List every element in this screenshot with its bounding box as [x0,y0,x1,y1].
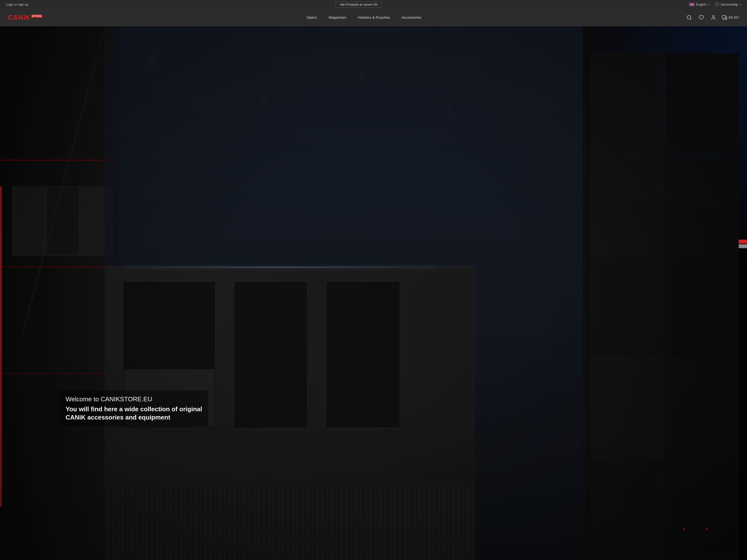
logo-text: CANiKSTORE [8,14,43,21]
hero-section: Welcome to CANIKSTORE.EU You will find h… [0,26,747,560]
svg-point-6 [726,19,726,20]
corridor [105,26,598,560]
user-icon [711,15,716,20]
shelf-products-1 [12,186,113,256]
language-chevron-icon: ▾ [708,3,709,6]
hero-title-line1: Welcome to CANIKSTORE.EU [66,395,202,403]
hero-text: Welcome to CANIKSTORE.EU You will find h… [60,390,208,427]
counter-glass [123,267,437,268]
sidebar-icons [739,240,747,249]
hero-title-line3: CANiK accessories and equipment [66,414,202,422]
right-shelf-grid [591,53,739,560]
heart-icon [699,15,704,20]
nav-link-accessories[interactable]: Accessories [402,15,421,20]
sidebar-icon-2[interactable] [739,244,747,248]
hero-background [0,26,747,560]
all-products-link[interactable]: Alle Produkte an einem Ort [336,1,382,7]
nav-link-holsters[interactable]: Holsters & Pouches [358,15,390,20]
cart-icon [722,15,727,20]
cart-button[interactable]: €0.00* [722,15,739,20]
language-label: English [696,3,706,6]
service-label: Service/help [721,3,738,6]
nav-item-accessories[interactable]: Accessories [402,15,421,20]
top-bar: Login or sign up Alle Produkte an einem … [0,0,747,9]
login-link[interactable]: Login or sign up [6,3,28,6]
account-button[interactable] [710,14,717,21]
hero-title-line2: You will find here a wide collection of … [66,405,202,414]
service-help-link[interactable]: i Service/help ▾ [715,2,741,6]
slide-prev-button[interactable]: ‹ [681,524,687,533]
nav-link-optics[interactable]: Optics [307,15,317,20]
search-icon [687,15,692,20]
svg-rect-4 [722,15,726,18]
service-chevron-icon: ▾ [740,3,741,6]
display-case-2 [234,282,308,428]
search-button[interactable] [686,14,693,21]
nav-icons: €0.00* [686,14,739,21]
nav-link-magazines[interactable]: Magazines [329,15,346,20]
language-selector[interactable]: English ▾ [689,3,710,6]
flag-icon [689,3,694,6]
svg-point-5 [723,19,724,20]
shelf-line-2 [0,266,120,267]
nav-item-magazines[interactable]: Magazines [329,15,346,20]
cart-amount: €0.00* [729,15,739,20]
slide-next-button[interactable]: › [703,524,710,533]
display-case-3 [326,282,400,428]
wishlist-button[interactable] [698,14,705,21]
sidebar-icon-1[interactable] [739,240,747,243]
top-bar-right: English ▾ i Service/help ▾ [689,2,741,6]
logo-store: STORE [31,15,43,18]
svg-line-2 [690,19,691,20]
nav-item-holsters[interactable]: Holsters & Pouches [358,15,390,20]
svg-point-3 [713,15,714,17]
info-icon: i [715,2,719,6]
logo[interactable]: CANiKSTORE [8,14,43,21]
nav-item-optics[interactable]: Optics [307,15,317,20]
nav-links: Optics Magazines Holsters & Pouches Acce… [307,15,421,20]
navbar: CANiKSTORE Optics Magazines Holsters & P… [0,9,747,26]
shelf-left [0,26,120,560]
hero-text-bg: Welcome to CANIKSTORE.EU You will find h… [60,390,208,427]
logo-canik: CANiK [8,14,31,21]
shelf-line-3 [0,373,120,374]
shelf-strip-1 [0,186,2,507]
shelf-right [583,26,747,560]
counter-panel [105,487,474,560]
